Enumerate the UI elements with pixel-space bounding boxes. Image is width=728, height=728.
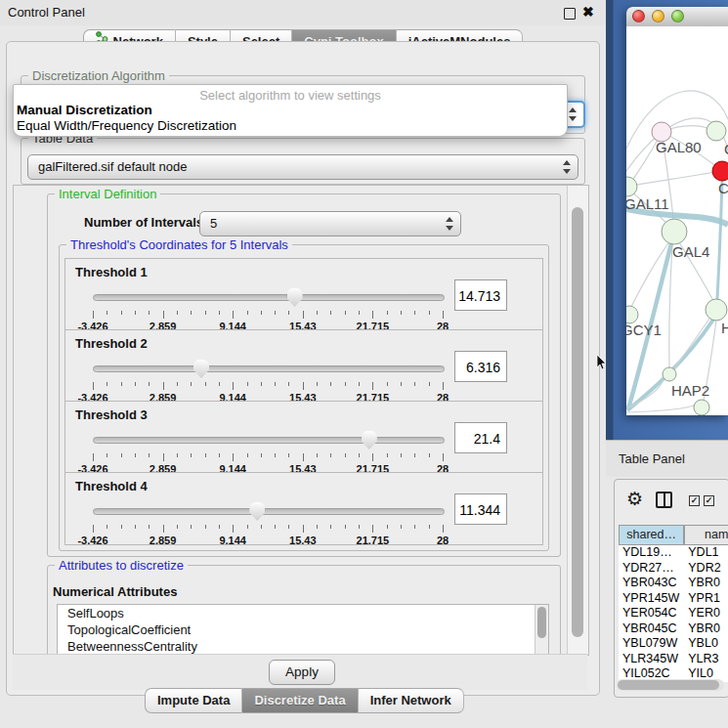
tab-label: Impute Data	[157, 689, 230, 712]
tick-mark	[135, 453, 136, 457]
tab-infer-network[interactable]: Infer Network	[359, 688, 464, 713]
slider-track[interactable]	[93, 437, 445, 444]
tick-mark	[135, 525, 136, 529]
network-node[interactable]	[694, 400, 709, 415]
table-panel-header: Table Panel	[606, 440, 728, 477]
threshold-slider[interactable]: -3.4262.8599.14415.4321.71528	[93, 360, 443, 399]
tick-mark	[135, 311, 136, 315]
tick-mark	[107, 382, 107, 386]
table-row[interactable]: YPR145WYPR1	[619, 591, 728, 607]
threshold-slider[interactable]: -3.4262.8599.14415.4321.71528	[93, 502, 443, 541]
columns-icon[interactable]	[656, 492, 672, 508]
list-scrollbar[interactable]	[535, 605, 548, 656]
tick-mark	[163, 525, 164, 533]
network-node-gal4[interactable]	[662, 219, 687, 244]
column-header-shared-[interactable]: shared…	[619, 525, 684, 545]
table-data-select[interactable]: galFiltered.sif default node	[27, 154, 578, 180]
scale-label: 2.859	[150, 535, 177, 546]
table-row[interactable]: YDL19…YDL1	[619, 545, 728, 561]
table-row[interactable]: YBL079WYBL0	[619, 636, 728, 652]
table-panel: ⚙ ✓ ✓ shared…name YDL19…YDL1YDR27…YDR2YB…	[614, 479, 728, 698]
num-intervals-value: 5	[210, 216, 217, 231]
dropdown-option-equal-width-frequency-discretization[interactable]: Equal Width/Frequency Discretization	[17, 118, 236, 133]
table-row[interactable]: YDR27…YDR2	[619, 561, 728, 577]
tick-mark	[121, 382, 122, 386]
tick-mark	[330, 382, 331, 386]
dropdown-option-manual-discretization[interactable]: Manual Discretization	[17, 103, 152, 117]
slider-track[interactable]	[93, 508, 445, 515]
close-panel-icon[interactable]: ✖	[582, 4, 594, 20]
network-node-hap2[interactable]	[663, 367, 676, 381]
threshold-slider[interactable]: -3.4262.8599.14415.4321.71528	[93, 288, 443, 327]
tick-mark	[261, 382, 262, 386]
network-node-gal[interactable]	[707, 121, 726, 141]
apply-button[interactable]: Apply	[269, 660, 335, 685]
network-window-titlebar[interactable]	[626, 7, 728, 27]
horizontal-scrollbar[interactable]	[617, 679, 724, 691]
tick-mark	[205, 453, 206, 457]
tick-mark	[107, 525, 107, 529]
threshold-value-field[interactable]: 21.4	[454, 422, 507, 453]
tick-mark	[401, 382, 402, 386]
zoom-window-icon[interactable]	[671, 10, 684, 22]
combo-arrows-icon	[445, 216, 453, 232]
list-item-topologicalcoefficient[interactable]: TopologicalCoefficient	[58, 621, 548, 638]
minimize-window-icon[interactable]	[652, 10, 664, 22]
column-header-name[interactable]: name	[684, 525, 728, 545]
checkbox-icon[interactable]: ✓	[704, 495, 714, 506]
network-node-h[interactable]	[706, 299, 727, 321]
tick-mark	[303, 525, 304, 533]
slider-thumb[interactable]	[287, 288, 303, 307]
network-canvas[interactable]: GAL80GALCGAL11GAL4GCY1HHAP2	[626, 26, 728, 415]
tick-mark	[429, 382, 430, 386]
table-cell: YDR27…	[619, 561, 684, 577]
threshold-value-field[interactable]: 6.316	[454, 351, 507, 382]
tick-mark	[345, 525, 346, 529]
bottom-tab-bar: Impute DataDiscretize DataInfer Network	[145, 688, 464, 713]
float-panel-icon[interactable]	[564, 8, 576, 20]
table-row[interactable]: YBR045CYBR0	[619, 621, 728, 637]
list-item-selfloops[interactable]: SelfLoops	[58, 605, 548, 621]
slider-thumb[interactable]	[249, 502, 265, 521]
tick-mark	[372, 525, 373, 533]
tick-mark	[177, 382, 178, 386]
table-cell: YBR0	[684, 621, 728, 637]
slider-thumb[interactable]	[193, 360, 209, 378]
threshold-value-field[interactable]: 14.713	[454, 279, 507, 311]
list-item-betweennesscentrality[interactable]: BetweennessCentrality	[58, 638, 548, 655]
table-row[interactable]: YBR043CYBR0	[619, 576, 728, 591]
gear-icon[interactable]: ⚙	[626, 488, 643, 509]
slider-track[interactable]	[93, 294, 445, 301]
threshold-slider[interactable]: -3.4262.8599.14415.4321.71528	[93, 431, 443, 470]
tick-mark	[303, 311, 304, 319]
tick-mark	[233, 453, 234, 461]
tick-mark	[149, 453, 150, 457]
tick-mark	[149, 311, 150, 315]
checkbox-icon[interactable]: ✓	[689, 495, 700, 506]
scale-label: 21.715	[357, 535, 390, 546]
slider-track[interactable]	[93, 365, 445, 372]
network-edge	[631, 172, 714, 186]
table-row[interactable]: YER054CYER0	[619, 606, 728, 621]
network-edge	[669, 244, 672, 367]
tick-mark	[247, 525, 248, 529]
tab-discretize-data[interactable]: Discretize Data	[242, 688, 358, 713]
tick-mark	[414, 311, 415, 315]
close-window-icon[interactable]	[632, 10, 645, 22]
network-node-gal11[interactable]	[626, 177, 637, 196]
threshold-value-field[interactable]: 11.344	[454, 493, 507, 525]
node-label: GCY1	[626, 321, 662, 338]
attributes-list[interactable]: SelfLoopsTopologicalCoefficientBetweenne…	[57, 604, 549, 656]
tick-mark	[414, 382, 415, 386]
tick-mark	[288, 525, 289, 529]
table-cell: YDL19…	[619, 545, 684, 561]
table-row[interactable]: YLR345WYLR3	[619, 652, 728, 667]
tab-impute-data[interactable]: Impute Data	[145, 688, 242, 713]
tick-mark	[429, 311, 430, 315]
network-node-c[interactable]	[712, 161, 728, 181]
tick-mark	[317, 382, 318, 386]
tick-mark	[275, 453, 276, 457]
vertical-scrollbar[interactable]	[567, 186, 588, 655]
slider-thumb[interactable]	[362, 431, 377, 450]
num-intervals-select[interactable]: 5	[199, 211, 461, 236]
